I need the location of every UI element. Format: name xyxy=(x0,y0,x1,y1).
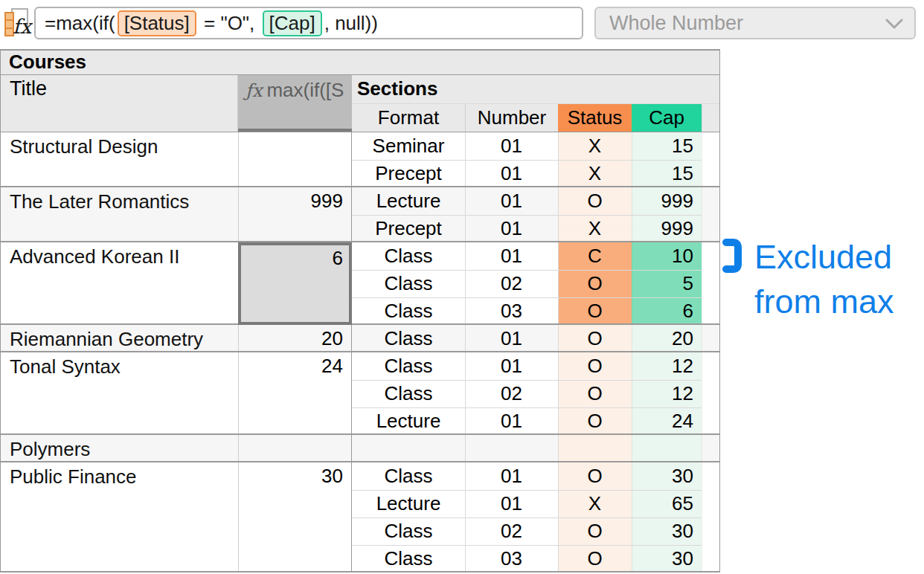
course-title-cell[interactable]: Polymers xyxy=(0,435,237,461)
formula-text-suffix: , null)) xyxy=(324,12,378,35)
annotation-bracket-icon xyxy=(721,236,743,275)
section-cap-cell[interactable]: 5 xyxy=(632,270,702,297)
section-format-cell[interactable]: Seminar xyxy=(352,132,465,160)
course-title-cell[interactable]: Tonal Syntax xyxy=(0,352,237,433)
section-cap-cell[interactable]: 999 xyxy=(632,187,702,215)
title-column-header[interactable]: Title xyxy=(0,75,238,132)
course-title-cell[interactable]: Public Finance xyxy=(0,462,237,571)
section-format-cell[interactable]: Class xyxy=(352,545,465,573)
section-cap-cell[interactable]: 20 xyxy=(632,325,702,352)
section-status-cell[interactable]: O xyxy=(558,297,632,325)
section-number-cell[interactable]: 01 xyxy=(465,407,558,435)
table-body: Structural DesignSeminar01X15Precept01X1… xyxy=(0,132,720,573)
section-cap-cell[interactable]: 30 xyxy=(632,517,702,545)
section-status-cell[interactable]: X xyxy=(558,490,632,517)
course-max-cell[interactable] xyxy=(239,132,351,160)
course-max-cell[interactable]: 30 xyxy=(239,462,351,490)
section-number-cell[interactable]: 01 xyxy=(465,215,558,242)
section-cap-cell[interactable]: 12 xyxy=(632,352,702,380)
section-cap-cell[interactable]: 30 xyxy=(632,462,702,490)
svg-text:fx: fx xyxy=(13,15,33,38)
section-number-cell[interactable]: 01 xyxy=(465,132,558,160)
chevron-down-icon xyxy=(885,12,904,35)
cap-field-token[interactable]: [Cap] xyxy=(263,10,322,36)
course-max-cell[interactable]: 24 xyxy=(239,352,351,380)
section-number-cell[interactable]: 01 xyxy=(465,352,558,380)
section-format-cell[interactable]: Class xyxy=(352,380,465,407)
section-number-cell[interactable]: 01 xyxy=(465,242,558,270)
format-column-header[interactable]: Format xyxy=(352,104,465,132)
section-cap-cell[interactable]: 10 xyxy=(632,242,702,270)
section-cap-cell[interactable]: 30 xyxy=(632,545,702,573)
result-type-dropdown[interactable]: Whole Number xyxy=(594,7,916,39)
section-status-cell[interactable]: O xyxy=(558,325,632,352)
section-cap-cell[interactable]: 999 xyxy=(632,215,702,242)
sections-column-header[interactable]: Sections xyxy=(352,75,720,104)
formula-text-prefix: =max(if( xyxy=(45,12,115,35)
section-number-cell[interactable]: 03 xyxy=(465,297,558,325)
course-title-cell[interactable]: The Later Romantics xyxy=(0,187,237,241)
status-field-token[interactable]: [Status] xyxy=(118,10,196,36)
section-number-cell[interactable]: 01 xyxy=(465,160,558,187)
course-max-cell[interactable] xyxy=(239,435,351,462)
section-number-cell[interactable]: 02 xyxy=(465,380,558,407)
section-status-cell[interactable]: C xyxy=(558,242,632,270)
section-cap-cell[interactable]: 12 xyxy=(632,380,702,407)
section-status-cell[interactable]: O xyxy=(558,270,632,297)
section-format-cell[interactable]: Class xyxy=(352,352,465,380)
section-format-cell[interactable]: Precept xyxy=(352,160,465,187)
course-title-cell[interactable]: Structural Design xyxy=(0,132,237,186)
sections-header-group: Sections Format Number Status Cap xyxy=(352,75,720,132)
section-cap-cell[interactable]: 6 xyxy=(632,297,702,325)
course-max-cell[interactable]: 999 xyxy=(239,187,351,215)
section-number-cell[interactable]: 01 xyxy=(465,490,558,517)
formula-input[interactable]: =max(if([Status] = "O", [Cap], null)) xyxy=(34,7,583,39)
section-status-cell[interactable]: O xyxy=(558,352,632,380)
status-column-header[interactable]: Status xyxy=(558,104,632,132)
courses-table: Courses Title ƒxmax(if([S Sections Forma… xyxy=(0,49,720,573)
section-status-cell[interactable]: O xyxy=(558,517,632,545)
section-number-cell[interactable]: 01 xyxy=(465,462,558,490)
section-status-cell[interactable]: O xyxy=(558,380,632,407)
section-status-cell[interactable]: O xyxy=(558,407,632,435)
section-number-cell[interactable]: 02 xyxy=(465,517,558,545)
section-format-cell[interactable]: Precept xyxy=(352,215,465,242)
section-cap-cell[interactable]: 15 xyxy=(632,160,702,187)
section-format-cell[interactable]: Class xyxy=(352,297,465,325)
section-format-cell[interactable]: Lecture xyxy=(352,187,465,215)
selected-cell[interactable]: 6 xyxy=(238,242,352,325)
section-number-cell[interactable]: 03 xyxy=(465,545,558,573)
cap-column-header[interactable]: Cap xyxy=(632,104,702,132)
section-format-cell[interactable]: Class xyxy=(352,517,465,545)
cap-cell-bg xyxy=(632,435,702,462)
section-status-cell[interactable]: X xyxy=(558,215,632,242)
section-status-cell[interactable]: O xyxy=(558,462,632,490)
section-number-cell[interactable]: 01 xyxy=(465,325,558,352)
course-max-cell[interactable]: 20 xyxy=(239,325,351,352)
section-cap-cell[interactable]: 24 xyxy=(632,407,702,435)
section-format-cell[interactable]: Lecture xyxy=(352,407,465,435)
section-number-cell[interactable]: 02 xyxy=(465,270,558,297)
section-cap-cell[interactable]: 15 xyxy=(632,132,702,160)
section-format-cell[interactable]: Class xyxy=(352,462,465,490)
section-status-cell[interactable]: O xyxy=(558,545,632,573)
formula-column-header[interactable]: ƒxmax(if([S xyxy=(238,75,352,132)
section-format-cell[interactable]: Class xyxy=(352,270,465,297)
gutter-header xyxy=(702,104,720,132)
course-title-cell[interactable]: Riemannian Geometry xyxy=(0,325,237,351)
course-title-cell[interactable]: Advanced Korean II xyxy=(0,242,237,323)
formula-column-header-text: max(if([S xyxy=(266,79,344,101)
section-cap-cell[interactable]: 65 xyxy=(632,490,702,517)
section-format-cell[interactable]: Class xyxy=(352,325,465,352)
section-status-cell[interactable]: X xyxy=(558,132,632,160)
section-format-cell[interactable]: Class xyxy=(352,242,465,270)
formula-text-mid: = "O", xyxy=(199,12,260,35)
section-number-cell[interactable]: 01 xyxy=(465,187,558,215)
status-cell-bg xyxy=(558,435,632,462)
section-status-cell[interactable]: X xyxy=(558,160,632,187)
table-title[interactable]: Courses xyxy=(0,49,720,75)
number-column-header[interactable]: Number xyxy=(465,104,558,132)
section-format-cell[interactable]: Lecture xyxy=(352,490,465,517)
section-status-cell[interactable]: O xyxy=(558,187,632,215)
annotation-line2: from max xyxy=(754,280,924,324)
